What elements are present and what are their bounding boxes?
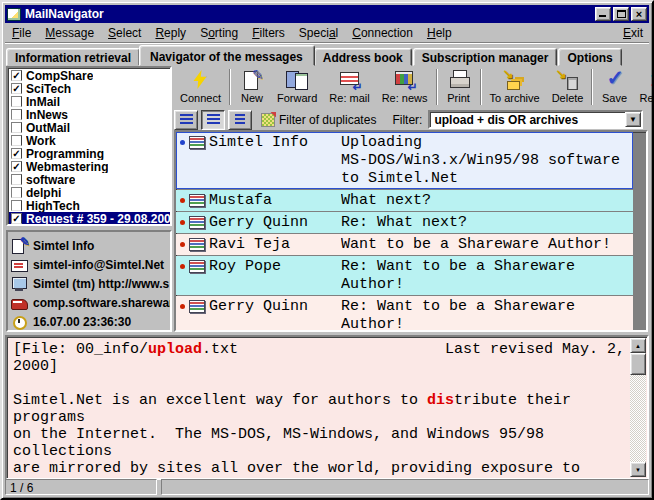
message-row[interactable]: MustafaWhat next? bbox=[176, 190, 633, 211]
folder-list: CompShareSciTechInMailInNewsOutMailWorkP… bbox=[6, 66, 172, 226]
checkmark-icon bbox=[601, 70, 627, 90]
filter-combobox[interactable]: upload + dis OR archives bbox=[428, 110, 643, 129]
lightning-icon bbox=[187, 70, 213, 90]
tab-navigator-of-the-messages[interactable]: Navigator of the messages bbox=[139, 45, 315, 66]
preview-scrollbar[interactable] bbox=[630, 338, 646, 477]
to-archive-button[interactable]: To archive bbox=[484, 67, 546, 107]
message-row[interactable]: Simtel InfoUploadingMS-DOS/Win3.x/Win95/… bbox=[176, 132, 633, 189]
menu-exit[interactable]: Exit bbox=[617, 25, 649, 41]
menu-file[interactable]: File bbox=[5, 25, 38, 41]
tab-information-retrieval[interactable]: Information retrieval bbox=[6, 48, 140, 66]
reply-mail-button[interactable]: Re: mail bbox=[323, 67, 375, 107]
chevron-down-icon[interactable] bbox=[625, 112, 641, 127]
folder-checkbox[interactable] bbox=[11, 83, 22, 94]
menu-message[interactable]: Message bbox=[38, 25, 101, 41]
folder-item[interactable]: CompShare bbox=[9, 69, 170, 82]
folder-checkbox[interactable] bbox=[11, 174, 22, 185]
maximize-button[interactable] bbox=[613, 7, 629, 21]
info-item[interactable]: simtel-info@Simtel.Net bbox=[11, 255, 170, 274]
folder-item[interactable]: Request # 359 - 29.08.2000 bbox=[9, 212, 170, 225]
view-mode-full-button[interactable] bbox=[174, 110, 198, 130]
message-row[interactable]: Gerry QuinnRe: What next? bbox=[176, 212, 633, 233]
folder-item[interactable]: Webmastering bbox=[9, 160, 170, 173]
menu-connection[interactable]: Connection bbox=[345, 25, 420, 41]
info-item[interactable]: Simtel (tm) http://www.s bbox=[11, 274, 170, 293]
status-dot-icon bbox=[180, 220, 185, 225]
print-button[interactable]: Print bbox=[440, 67, 478, 107]
message-row[interactable]: Ravi TejaWant to be a Shareware Author! bbox=[176, 234, 633, 255]
save-button[interactable]: Save bbox=[595, 67, 633, 107]
folder-checkbox[interactable] bbox=[11, 187, 22, 198]
message-sender: Gerry Quinn bbox=[209, 297, 341, 316]
folder-item[interactable]: InNews bbox=[9, 108, 170, 121]
scroll-down-icon[interactable] bbox=[630, 462, 646, 477]
toolbar-button-label: To archive bbox=[490, 92, 540, 104]
folder-label: InNews bbox=[26, 108, 68, 121]
message-list: Simtel InfoUploadingMS-DOS/Win3.x/Win95/… bbox=[176, 132, 633, 330]
folder-item[interactable]: HighTech bbox=[9, 199, 170, 212]
reply-news-icon bbox=[392, 70, 418, 90]
view-mode-medium-button[interactable] bbox=[201, 110, 225, 130]
reload-button[interactable]: ReLoad bbox=[633, 67, 654, 107]
tab-subscription-manager[interactable]: Subscription manager bbox=[413, 48, 558, 66]
trash-icon bbox=[555, 70, 581, 90]
menu-divider bbox=[5, 42, 649, 44]
delete-button[interactable]: Delete bbox=[546, 67, 590, 107]
folder-item[interactable]: InMail bbox=[9, 95, 170, 108]
folder-checkbox[interactable] bbox=[11, 70, 22, 81]
folder-label: CompShare bbox=[26, 69, 93, 82]
folder-item[interactable]: Work bbox=[9, 134, 170, 147]
message-row[interactable]: Gerry QuinnRe: Want to be a SharewareAut… bbox=[176, 296, 633, 332]
menu-select[interactable]: Select bbox=[101, 25, 148, 41]
folder-checkbox[interactable] bbox=[11, 122, 22, 133]
info-item[interactable]: 16.07.00 23:36:30 bbox=[11, 312, 170, 331]
scroll-up-icon[interactable] bbox=[630, 338, 646, 353]
message-icon bbox=[189, 300, 205, 313]
forward-button[interactable]: Forward bbox=[271, 67, 323, 107]
new-button[interactable]: New bbox=[233, 67, 271, 107]
folder-item[interactable]: software bbox=[9, 173, 170, 186]
tab-address-book[interactable]: Address book bbox=[314, 48, 412, 66]
message-list-panel: Simtel InfoUploadingMS-DOS/Win3.x/Win95/… bbox=[174, 130, 648, 332]
close-button[interactable] bbox=[631, 7, 647, 21]
folder-label: OutMail bbox=[26, 121, 70, 134]
toolbar-button-label: Re: news bbox=[382, 92, 428, 104]
folder-checkbox[interactable] bbox=[11, 96, 22, 107]
message-row[interactable]: Roy PopeRe: Want to be a SharewareAuthor… bbox=[176, 256, 633, 295]
folder-checkbox[interactable] bbox=[11, 148, 22, 159]
folder-item[interactable]: Programming bbox=[9, 147, 170, 160]
menu-filters[interactable]: Filters bbox=[245, 25, 292, 41]
folder-label: InMail bbox=[26, 95, 60, 108]
view-mode-compact-button[interactable] bbox=[228, 110, 252, 130]
info-item[interactable]: comp.software.sharewar bbox=[11, 293, 170, 312]
filter-of-duplicates-button[interactable]: Filter of duplicates bbox=[255, 110, 382, 130]
reply-news-button[interactable]: Re: news bbox=[376, 67, 434, 107]
minimize-button[interactable] bbox=[595, 7, 611, 21]
message-icon bbox=[189, 216, 205, 229]
folder-checkbox[interactable] bbox=[11, 135, 22, 146]
folder-checkbox[interactable] bbox=[11, 109, 22, 120]
menu-sorting[interactable]: Sorting bbox=[193, 25, 245, 41]
titlebar[interactable]: MailNavigator bbox=[5, 5, 649, 23]
scrollbar-thumb[interactable] bbox=[630, 353, 646, 375]
tab-bar: Information retrieval Navigator of the m… bbox=[6, 45, 648, 66]
reply-mail-icon bbox=[337, 70, 363, 90]
folder-checkbox[interactable] bbox=[11, 161, 22, 172]
folder-checkbox[interactable] bbox=[11, 200, 22, 211]
folder-item[interactable]: OutMail bbox=[9, 121, 170, 134]
message-icon bbox=[189, 194, 205, 207]
folder-item[interactable]: SciTech bbox=[9, 82, 170, 95]
folder-checkbox[interactable] bbox=[11, 213, 22, 224]
menu-special[interactable]: Special bbox=[292, 25, 345, 41]
status-extra-cell bbox=[161, 479, 649, 495]
connect-button[interactable]: Connect bbox=[174, 67, 227, 107]
list-lines-icon bbox=[180, 114, 193, 126]
info-item[interactable]: Simtel Info bbox=[11, 236, 170, 255]
filter-value[interactable]: upload + dis OR archives bbox=[430, 112, 625, 127]
folder-item[interactable]: delphi bbox=[9, 186, 170, 199]
tab-options[interactable]: Options bbox=[558, 48, 621, 66]
message-icon bbox=[189, 136, 205, 149]
menu-reply[interactable]: Reply bbox=[148, 25, 193, 41]
menu-help[interactable]: Help bbox=[420, 25, 459, 41]
forward-icon bbox=[284, 70, 310, 90]
